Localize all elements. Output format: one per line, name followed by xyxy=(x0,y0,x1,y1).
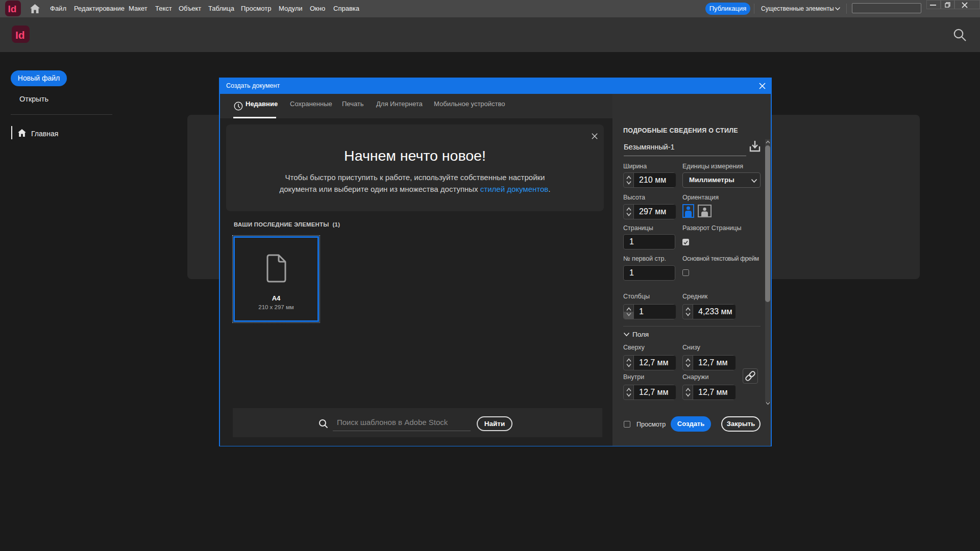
svg-text:Id: Id xyxy=(8,4,17,14)
svg-text:Id: Id xyxy=(15,29,25,41)
